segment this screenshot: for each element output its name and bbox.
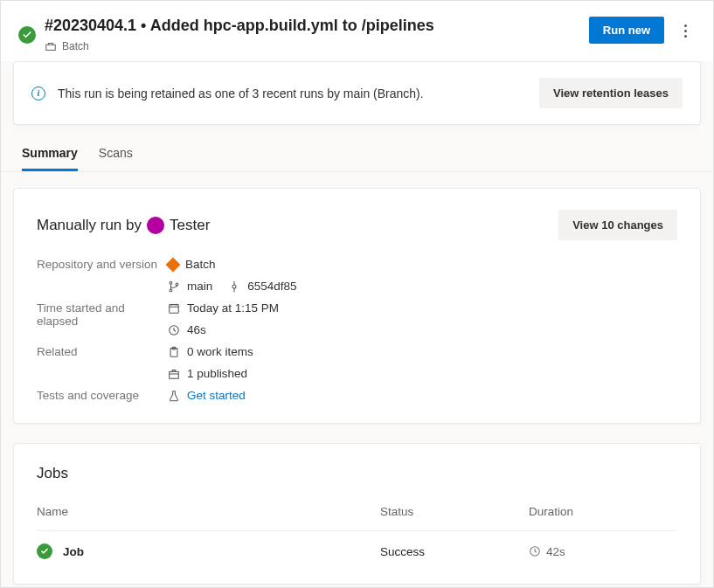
branch-icon bbox=[168, 280, 180, 293]
tab-summary[interactable]: Summary bbox=[22, 146, 78, 171]
col-status: Status bbox=[380, 505, 529, 518]
success-icon bbox=[18, 26, 36, 44]
retention-banner: i This run is being retained as one of 3… bbox=[13, 61, 701, 125]
package-icon bbox=[168, 368, 180, 380]
batch-icon bbox=[45, 40, 57, 52]
col-name: Name bbox=[37, 505, 380, 518]
label-tests: Tests and coverage bbox=[37, 389, 159, 402]
calendar-icon bbox=[168, 302, 180, 315]
banner-text: This run is being retained as one of 3 r… bbox=[58, 86, 527, 100]
time-started: Today at 1:15 PM bbox=[187, 301, 279, 315]
work-items[interactable]: 0 work items bbox=[187, 345, 253, 358]
repo-icon bbox=[166, 257, 181, 272]
label-repo: Repository and version bbox=[37, 258, 159, 293]
clipboard-icon bbox=[168, 346, 180, 358]
jobs-card: Jobs Name Status Duration Job Success 42… bbox=[13, 443, 701, 585]
avatar bbox=[147, 217, 164, 234]
success-icon bbox=[37, 543, 52, 559]
clock-icon bbox=[529, 545, 541, 557]
flask-icon bbox=[168, 390, 180, 402]
run-header: #20230404.1 • Added hpc-app.build.yml to… bbox=[1, 1, 713, 61]
run-by: Manually run by Tester bbox=[37, 217, 210, 234]
elapsed: 46s bbox=[187, 323, 206, 336]
published[interactable]: 1 published bbox=[187, 367, 247, 380]
view-changes-button[interactable]: View 10 changes bbox=[558, 210, 677, 240]
col-duration: Duration bbox=[529, 505, 677, 518]
label-time: Time started and elapsed bbox=[37, 301, 159, 336]
run-by-user: Tester bbox=[170, 217, 210, 234]
svg-point-4 bbox=[232, 284, 236, 287]
page-title: #20230404.1 • Added hpc-app.build.yml to… bbox=[45, 17, 434, 35]
summary-card: Manually run by Tester View 10 changes R… bbox=[13, 188, 701, 424]
job-status: Success bbox=[380, 545, 529, 558]
commit-icon bbox=[228, 280, 240, 293]
job-row[interactable]: Job Success 42s bbox=[37, 530, 677, 563]
branch-name[interactable]: main bbox=[187, 280, 212, 293]
svg-rect-5 bbox=[170, 304, 179, 313]
svg-point-3 bbox=[176, 282, 178, 285]
jobs-title: Jobs bbox=[37, 465, 677, 482]
label-related: Related bbox=[37, 345, 159, 380]
svg-point-1 bbox=[170, 281, 172, 284]
svg-point-2 bbox=[170, 288, 172, 291]
view-retention-button[interactable]: View retention leases bbox=[539, 78, 683, 108]
job-name: Job bbox=[63, 545, 84, 558]
job-duration: 42s bbox=[546, 545, 565, 558]
tab-scans[interactable]: Scans bbox=[99, 146, 133, 171]
breadcrumb[interactable]: Batch bbox=[62, 40, 89, 52]
run-new-button[interactable]: Run new bbox=[589, 17, 664, 44]
info-icon: i bbox=[31, 86, 45, 100]
tab-bar: Summary Scans bbox=[1, 125, 713, 172]
more-menu-button[interactable] bbox=[675, 17, 696, 45]
clock-icon bbox=[168, 324, 180, 336]
repo-name[interactable]: Batch bbox=[185, 258, 216, 271]
svg-rect-0 bbox=[46, 45, 56, 50]
tests-get-started[interactable]: Get started bbox=[187, 389, 246, 402]
commit-sha[interactable]: 6554df85 bbox=[247, 280, 296, 293]
svg-rect-9 bbox=[170, 371, 179, 378]
